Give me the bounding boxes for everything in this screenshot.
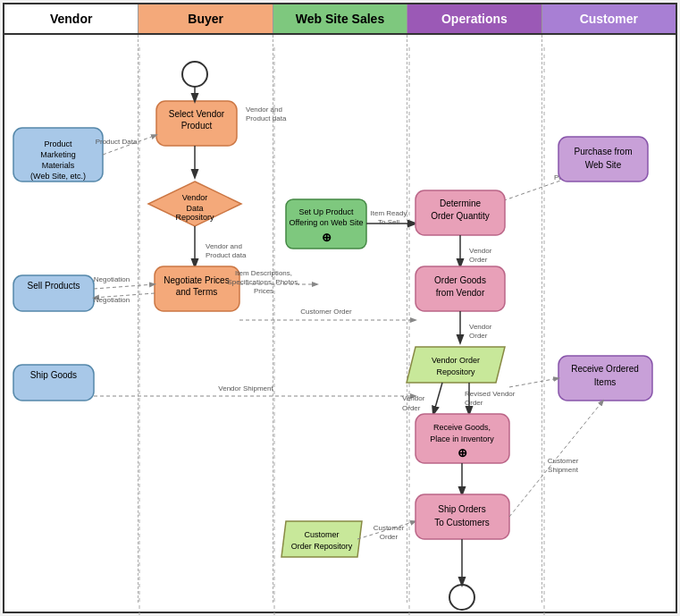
- svg-text:Specifications, Photos,: Specifications, Photos,: [228, 278, 300, 286]
- svg-text:Shipment: Shipment: [548, 466, 579, 474]
- svg-text:Product: Product: [181, 121, 213, 131]
- svg-text:Customer: Customer: [374, 524, 405, 532]
- svg-text:from Vendor: from Vendor: [436, 288, 485, 298]
- diagram-svg: Select Vendor Product Product Marketing …: [4, 47, 679, 615]
- header-vendor: Vendor: [4, 4, 139, 33]
- svg-text:Receive Goods,: Receive Goods,: [433, 423, 491, 432]
- svg-text:Place in Inventory: Place in Inventory: [430, 435, 494, 443]
- diagram-wrapper: Vendor Buyer Web Site Sales Operations C…: [3, 3, 677, 613]
- svg-point-4: [182, 62, 207, 87]
- svg-text:Vendor and: Vendor and: [206, 242, 242, 250]
- svg-text:Order: Order: [402, 404, 421, 412]
- svg-rect-48: [558, 137, 648, 181]
- svg-text:Customer: Customer: [304, 530, 339, 539]
- svg-text:Negotiate Prices: Negotiate Prices: [164, 275, 229, 285]
- svg-text:Web Site: Web Site: [585, 160, 622, 170]
- svg-text:Vendor: Vendor: [469, 247, 492, 255]
- header-customer: Customer: [542, 4, 676, 33]
- svg-text:Vendor and: Vendor and: [246, 105, 282, 114]
- svg-text:To Sell: To Sell: [378, 218, 399, 226]
- svg-text:Negotiation: Negotiation: [94, 296, 130, 304]
- svg-text:Customer: Customer: [548, 457, 579, 465]
- svg-text:Vendor: Vendor: [182, 193, 208, 202]
- svg-marker-86: [281, 521, 362, 557]
- svg-marker-65: [407, 347, 505, 383]
- svg-text:Repository: Repository: [175, 213, 214, 222]
- svg-text:Order: Order: [465, 399, 483, 407]
- svg-text:Order Repository: Order Repository: [291, 542, 353, 551]
- svg-text:Order Quantity: Order Quantity: [431, 211, 490, 221]
- header-operations: Operations: [407, 4, 541, 33]
- svg-text:Repository: Repository: [436, 367, 475, 376]
- svg-text:Item Ready: Item Ready: [371, 209, 407, 217]
- svg-text:To Customers: To Customers: [434, 518, 490, 527]
- svg-text:⊕: ⊕: [458, 446, 467, 460]
- svg-text:Product Data: Product Data: [96, 138, 138, 146]
- svg-text:Product data: Product data: [206, 251, 247, 259]
- svg-point-99: [449, 585, 474, 610]
- svg-text:Prices: Prices: [254, 287, 273, 295]
- header-websales: Web Site Sales: [273, 4, 407, 33]
- svg-text:Data: Data: [186, 204, 203, 213]
- svg-text:Product data: Product data: [246, 114, 287, 122]
- svg-line-31: [94, 284, 155, 289]
- svg-text:Vendor: Vendor: [469, 323, 492, 331]
- svg-text:Vendor: Vendor: [402, 394, 425, 402]
- svg-text:and Terms: and Terms: [176, 287, 218, 297]
- svg-text:Ship Goods: Ship Goods: [30, 370, 77, 380]
- svg-text:Revised Vendor: Revised Vendor: [465, 390, 516, 398]
- svg-text:Sell Products: Sell Products: [28, 281, 80, 291]
- svg-text:Vendor Order: Vendor Order: [432, 356, 480, 365]
- svg-text:(Web Site, etc.): (Web Site, etc.): [30, 172, 86, 181]
- svg-text:Order: Order: [380, 533, 399, 541]
- svg-text:Select Vendor: Select Vendor: [169, 109, 225, 119]
- svg-text:Items: Items: [594, 377, 616, 387]
- svg-rect-92: [416, 494, 509, 539]
- svg-text:Marketing: Marketing: [40, 150, 76, 159]
- svg-text:Offering on Web Site: Offering on Web Site: [289, 218, 363, 227]
- svg-text:Materials: Materials: [42, 161, 75, 170]
- svg-text:Product: Product: [44, 139, 72, 148]
- svg-text:Purchase from: Purchase from: [574, 147, 632, 156]
- svg-text:Set Up Product: Set Up Product: [298, 207, 354, 216]
- svg-line-95: [509, 378, 558, 387]
- svg-text:⊕: ⊕: [322, 231, 332, 244]
- svg-text:Receive Ordered: Receive Ordered: [571, 364, 639, 374]
- svg-text:Order: Order: [469, 256, 488, 264]
- svg-text:Customer Order: Customer Order: [300, 308, 352, 316]
- svg-text:Item Descriptions,: Item Descriptions,: [235, 269, 292, 277]
- svg-text:Order Goods: Order Goods: [434, 275, 486, 285]
- svg-line-72: [433, 383, 442, 414]
- svg-text:Vendor Shipment: Vendor Shipment: [218, 384, 273, 392]
- svg-text:Negotiation: Negotiation: [94, 275, 130, 283]
- svg-text:Ship Orders: Ship Orders: [438, 504, 485, 514]
- header-row: Vendor Buyer Web Site Sales Operations C…: [4, 4, 676, 35]
- header-buyer: Buyer: [139, 4, 273, 33]
- svg-text:Determine: Determine: [440, 198, 482, 208]
- svg-text:Order: Order: [469, 332, 488, 340]
